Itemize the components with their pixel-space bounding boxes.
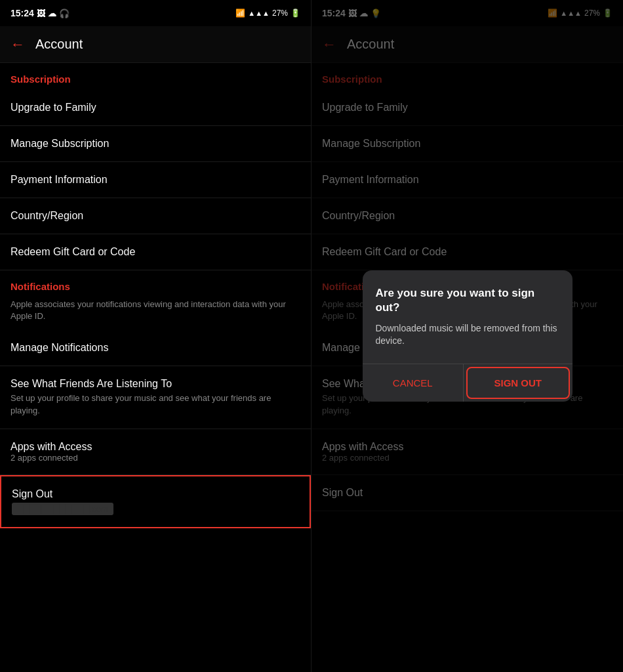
redeem-gift-title-left: Redeem Gift Card or Code <box>10 246 300 258</box>
apps-access-subtitle-left: 2 apps connected <box>10 453 300 463</box>
content-left: Subscription Upgrade to Family Manage Su… <box>0 63 311 672</box>
modal-message: Downloaded music will be removed from th… <box>376 322 559 348</box>
upgrade-family-left[interactable]: Upgrade to Family <box>0 90 311 126</box>
manage-subscription-left[interactable]: Manage Subscription <box>0 126 311 162</box>
apps-access-title-left: Apps with Access <box>10 441 300 453</box>
modal-title: Are you sure you want to sign out? <box>376 286 559 315</box>
status-time-left: 15:24 🖼 ☁ 🎧 <box>10 8 70 18</box>
sign-out-email-left: ████████████.com <box>12 503 113 515</box>
header-left: ← Account <box>0 26 311 63</box>
modal-buttons: CANCEL SIGN OUT <box>363 364 573 402</box>
sign-out-left[interactable]: Sign Out ████████████.com <box>0 475 311 528</box>
status-bar-left: 15:24 🖼 ☁ 🎧 📶 ▲▲▲ 27% 🔋 <box>0 0 311 26</box>
country-region-left[interactable]: Country/Region <box>0 198 311 234</box>
back-button-left[interactable]: ← <box>10 36 25 53</box>
see-friends-subtitle-left: Set up your profile to share your music … <box>10 392 300 416</box>
cloud-icon: ☁ <box>48 9 56 18</box>
sign-out-title-left: Sign Out <box>12 488 299 500</box>
battery-left: 27% <box>272 9 288 18</box>
page-title-left: Account <box>35 37 83 52</box>
manage-notifications-title-left: Manage Notifications <box>10 342 300 354</box>
cancel-button[interactable]: CANCEL <box>363 364 464 402</box>
status-icons-left: 📶 ▲▲▲ 27% 🔋 <box>235 9 300 18</box>
right-panel: 15:24 🖼 ☁ 💡 📶 ▲▲▲ 27% 🔋 ← Account Subscr… <box>312 0 623 672</box>
headphone-icon: 🎧 <box>59 9 70 18</box>
signal-icon: ▲▲▲ <box>248 9 270 17</box>
notifications-desc-left: Apple associates your notifications view… <box>0 297 311 330</box>
payment-info-title-left: Payment Information <box>10 174 300 186</box>
redeem-gift-left[interactable]: Redeem Gift Card or Code <box>0 234 311 270</box>
notifications-label-left: Notifications <box>0 270 311 297</box>
manage-notifications-left[interactable]: Manage Notifications <box>0 330 311 366</box>
wifi-icon: 📶 <box>235 9 245 18</box>
payment-info-left[interactable]: Payment Information <box>0 162 311 198</box>
sign-out-confirm-button[interactable]: SIGN OUT <box>466 367 570 399</box>
battery-icon: 🔋 <box>291 9 300 18</box>
country-region-title-left: Country/Region <box>10 210 300 222</box>
left-panel: 15:24 🖼 ☁ 🎧 📶 ▲▲▲ 27% 🔋 ← Account Subscr… <box>0 0 312 672</box>
time-left: 15:24 <box>10 8 34 18</box>
apps-access-left[interactable]: Apps with Access 2 apps connected <box>0 429 311 475</box>
see-friends-title-left: See What Friends Are Listening To <box>10 378 300 390</box>
upgrade-family-title-left: Upgrade to Family <box>10 102 300 114</box>
photo-icon: 🖼 <box>37 9 45 18</box>
manage-subscription-title-left: Manage Subscription <box>10 138 300 150</box>
sign-out-dialog: Are you sure you want to sign out? Downl… <box>363 270 573 401</box>
modal-overlay: Are you sure you want to sign out? Downl… <box>312 0 623 672</box>
see-friends-left[interactable]: See What Friends Are Listening To Set up… <box>0 366 311 429</box>
subscription-label-left: Subscription <box>0 63 311 90</box>
